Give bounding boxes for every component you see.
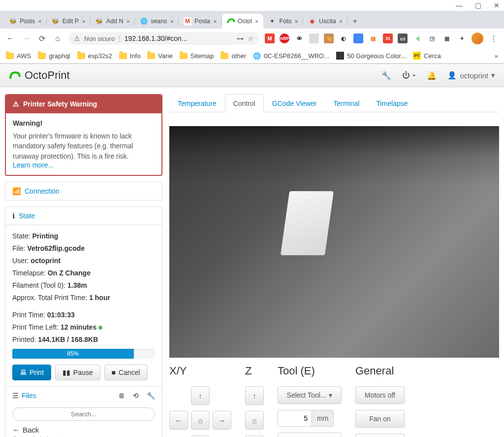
bookmark-item[interactable]: esp32s2 bbox=[77, 52, 112, 60]
window-controls: — ▢ ✕ bbox=[0, 0, 504, 11]
bookmark-item[interactable]: AWS bbox=[6, 52, 31, 60]
tab-terminal[interactable]: Terminal bbox=[325, 94, 368, 112]
wrench-icon[interactable]: 🔧 bbox=[147, 392, 155, 400]
tab-close-icon[interactable]: × bbox=[213, 18, 217, 25]
bookmark-item[interactable]: Info bbox=[119, 52, 141, 60]
connection-header[interactable]: 📶 Connection bbox=[5, 182, 162, 200]
tab-close-icon[interactable]: × bbox=[170, 18, 174, 25]
profile-avatar[interactable] bbox=[472, 33, 483, 44]
jog-x-left-button[interactable]: ← bbox=[169, 411, 188, 430]
ext-icon[interactable]: ▭ bbox=[398, 34, 408, 43]
refresh-icon[interactable]: ⟲ bbox=[133, 392, 139, 400]
files-back[interactable]: ← Back bbox=[5, 424, 162, 435]
ext-icon[interactable]: 🐫 bbox=[324, 34, 334, 43]
favicon-icon: PT bbox=[413, 52, 421, 60]
browser-tab[interactable]: MPosta× bbox=[179, 14, 222, 29]
star-icon[interactable]: ☆ bbox=[248, 34, 254, 42]
ext-icon[interactable]: ⊰ bbox=[412, 34, 422, 43]
back-icon[interactable]: ← bbox=[5, 33, 16, 44]
forward-icon[interactable]: → bbox=[21, 33, 32, 44]
home-icon[interactable]: ⌂ bbox=[52, 33, 63, 44]
bookmarks-overflow-icon[interactable]: » bbox=[495, 52, 498, 60]
ext-icon[interactable]: M bbox=[265, 34, 275, 43]
ext-icon[interactable] bbox=[309, 34, 319, 43]
motors-off-button[interactable]: Motors off bbox=[355, 386, 405, 404]
tab-close-icon[interactable]: × bbox=[255, 18, 259, 25]
tab-close-icon[interactable]: × bbox=[38, 18, 42, 25]
learn-more-link[interactable]: Learn more... bbox=[13, 161, 54, 169]
sidebar: ⚠ Printer Safety Warning Warning! Your p… bbox=[5, 94, 162, 437]
file-value: Vetro62flip.gcode bbox=[27, 244, 85, 252]
tool-select[interactable]: Select Tool...▾ bbox=[278, 386, 342, 404]
bookmark-item[interactable]: other bbox=[220, 52, 246, 60]
bookmark-item[interactable]: 🌐0C-ESP8266__WRO... bbox=[253, 52, 329, 60]
maximize-icon[interactable]: ▢ bbox=[474, 2, 481, 9]
tab-timelapse[interactable]: Timelapse bbox=[368, 94, 416, 112]
cancel-button[interactable]: ■Cancel bbox=[104, 365, 148, 380]
extrude-button[interactable]: Extrude bbox=[278, 433, 342, 437]
browser-tab[interactable]: 🐝Posts× bbox=[4, 14, 47, 29]
stop-icon: ■ bbox=[112, 369, 116, 376]
tab-gcode[interactable]: GCode Viewer bbox=[264, 94, 325, 112]
state-header[interactable]: ℹ State bbox=[5, 207, 162, 225]
browser-tab[interactable]: 🐝Add N× bbox=[91, 14, 135, 29]
ext-icon[interactable]: 👁 bbox=[294, 34, 304, 43]
minimize-icon[interactable]: — bbox=[456, 2, 463, 9]
tab-control[interactable]: Control bbox=[225, 94, 264, 112]
bookmark-item[interactable]: PTCerca bbox=[413, 52, 441, 60]
reload-icon[interactable]: ⟳ bbox=[36, 33, 47, 44]
key-icon[interactable]: ⊶ bbox=[237, 34, 244, 42]
home-xy-button[interactable]: ⌂ bbox=[191, 411, 210, 430]
warning-icon: ⚠ bbox=[13, 100, 19, 108]
jog-x-right-button[interactable]: → bbox=[213, 411, 231, 430]
tab-temperature[interactable]: Temperature bbox=[169, 94, 225, 112]
ext-icon[interactable]: ▦ bbox=[442, 34, 452, 43]
ext-icon[interactable]: ▤ bbox=[368, 34, 378, 43]
browser-tab[interactable]: 🐝Edit P× bbox=[47, 14, 91, 29]
power-icon[interactable]: ⏻ ▾ bbox=[402, 71, 416, 80]
distance-input[interactable] bbox=[278, 410, 312, 427]
print-button[interactable]: 🖶Print bbox=[12, 365, 51, 380]
ext-icon[interactable] bbox=[353, 34, 363, 43]
browser-tab[interactable]: 🌐seans× bbox=[135, 14, 179, 29]
tool-controls: Tool (E) Select Tool...▾ mm Extrude bbox=[278, 365, 342, 437]
new-tab-button[interactable]: + bbox=[347, 14, 362, 29]
tab-close-icon[interactable]: × bbox=[82, 18, 86, 25]
browser-tab-active[interactable]: Octol× bbox=[222, 14, 264, 29]
approx-value: 1 hour bbox=[89, 294, 110, 302]
bookmark-item[interactable]: 50 Gorgeous Color... bbox=[336, 52, 406, 60]
jog-z-up-button[interactable]: ↑ bbox=[245, 386, 264, 405]
extensions-icon[interactable]: ✦ bbox=[457, 34, 467, 43]
jog-y-up-button[interactable]: ↑ bbox=[191, 386, 210, 405]
browser-tab[interactable]: ◉Uscita× bbox=[303, 14, 347, 29]
home-z-button[interactable]: ⌂ bbox=[245, 411, 264, 430]
tab-close-icon[interactable]: × bbox=[294, 18, 298, 25]
warning-text: Your printer's firmware is known to lack… bbox=[13, 131, 155, 161]
file-icon[interactable]: 🗎 bbox=[118, 392, 125, 400]
close-icon[interactable]: ✕ bbox=[493, 2, 500, 9]
bookmark-item[interactable]: Varie bbox=[147, 52, 172, 60]
ext-icon[interactable]: 31 bbox=[383, 34, 393, 43]
fan-on-button[interactable]: Fan on bbox=[355, 410, 405, 428]
fan-off-button[interactable]: Fan off bbox=[355, 434, 405, 437]
address-bar[interactable]: ⚠ Non sicuro | 192.168.1.30/#con... ⊶ ☆ bbox=[68, 32, 260, 45]
files-toggle[interactable]: ☰ Files bbox=[12, 392, 36, 400]
tab-close-icon[interactable]: × bbox=[339, 18, 343, 25]
search-input[interactable] bbox=[12, 407, 155, 421]
z-controls: Z ↑ ⌂ ↓ bbox=[245, 365, 264, 437]
tab-close-icon[interactable]: × bbox=[126, 18, 130, 25]
wrench-icon[interactable]: 🔧 bbox=[381, 71, 391, 80]
browser-tab[interactable]: ✦Foto× bbox=[263, 14, 303, 29]
main-container: ⚠ Printer Safety Warning Warning! Your p… bbox=[0, 87, 504, 437]
menu-icon[interactable]: ⋮ bbox=[488, 33, 499, 44]
ext-icon[interactable]: ◐ bbox=[339, 34, 348, 43]
bookmark-item[interactable]: graphql bbox=[38, 52, 70, 60]
bell-icon[interactable]: 🔔 bbox=[427, 71, 437, 80]
user-menu[interactable]: 👤 octoprint ▾ bbox=[447, 71, 495, 80]
ext-icon[interactable]: ◳ bbox=[427, 34, 437, 43]
bookmark-item[interactable]: Sitemap bbox=[180, 52, 214, 60]
status-dot-icon bbox=[98, 326, 102, 330]
ext-icon[interactable]: ABP bbox=[280, 34, 289, 43]
brand[interactable]: OctoPrint bbox=[9, 69, 70, 82]
pause-button[interactable]: ▮▮Pause bbox=[55, 365, 100, 380]
